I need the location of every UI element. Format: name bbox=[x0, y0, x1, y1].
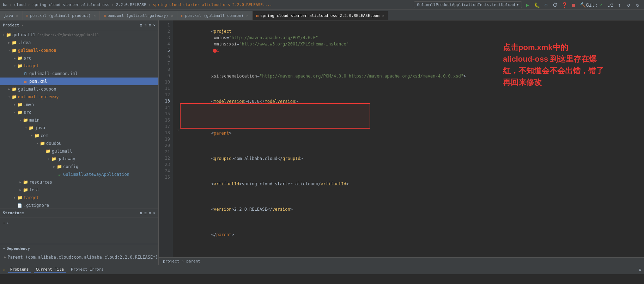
tree-mvn-arrow[interactable]: ▶ bbox=[13, 103, 17, 106]
git-check-icon[interactable]: ✓ bbox=[597, 1, 604, 8]
coverage-button[interactable]: ⊕ bbox=[542, 1, 549, 8]
tree-test-arrow[interactable]: ▶ bbox=[18, 188, 23, 192]
settings-gear-icon[interactable]: ⚙ bbox=[639, 267, 641, 272]
help-button[interactable]: ❓ bbox=[561, 1, 568, 8]
project-dropdown-icon[interactable]: ▾ bbox=[21, 23, 23, 27]
tree-resources-icon: 📁 bbox=[23, 180, 28, 185]
tree-java[interactable]: ▾ 📁 java bbox=[0, 124, 158, 132]
undo-button[interactable]: ↺ bbox=[625, 1, 632, 8]
tree-java-arrow[interactable]: ▾ bbox=[24, 126, 28, 130]
tree-gulimall-pkg-arrow[interactable]: ▾ bbox=[41, 149, 45, 153]
tree-mvn[interactable]: ▶ 📁 .mvn bbox=[0, 101, 158, 109]
sidebar-sort-icon[interactable]: ⇅ bbox=[144, 23, 147, 27]
tree-gateway-target-arrow[interactable]: ▶ bbox=[13, 196, 17, 199]
run-button[interactable]: ▶ bbox=[524, 1, 531, 8]
tree-idea[interactable]: ▶ 📁 .idea bbox=[0, 39, 158, 47]
tree-coupon-arrow[interactable]: ▶ bbox=[7, 87, 11, 91]
debug-button[interactable]: 🐛 bbox=[533, 1, 540, 8]
tree-iml-file[interactable]: ▶ 🗒 gulimall-common.iml bbox=[0, 70, 158, 78]
build-button[interactable]: 🔨 bbox=[579, 1, 586, 8]
git-up-icon[interactable]: ↑ bbox=[616, 1, 623, 8]
redo-button[interactable]: ↻ bbox=[634, 1, 641, 8]
structure-close-icon[interactable]: × bbox=[153, 211, 156, 215]
tree-gulimall-pkg[interactable]: ▾ 📁 gulimall bbox=[0, 147, 158, 155]
tab-java[interactable]: java ✕ bbox=[0, 11, 22, 20]
tree-doudou[interactable]: ▾ 📁 doudou bbox=[0, 140, 158, 147]
tree-gateway-pkg[interactable]: ▾ 📁 gateway bbox=[0, 155, 158, 163]
tree-config[interactable]: ▶ 📁 config bbox=[0, 163, 158, 171]
tab-pom-alicloud-close[interactable]: ✕ bbox=[382, 14, 384, 18]
structure-settings-icon[interactable]: ⚙ bbox=[149, 211, 151, 215]
structure-sort-icon[interactable]: ⇅ bbox=[140, 211, 142, 215]
tab-pom-gateway-close[interactable]: ✕ bbox=[171, 14, 173, 18]
profile-button[interactable]: ⏱ bbox=[552, 1, 559, 8]
current-file-label: Current File bbox=[36, 267, 64, 272]
tab-pom-product-close[interactable]: ✕ bbox=[93, 14, 96, 18]
breadcrumb-version[interactable]: 2.2.0.RELEASE bbox=[116, 2, 146, 7]
breadcrumb-cloud[interactable]: cloud bbox=[14, 2, 26, 7]
dependency-item[interactable]: ▶ Parent (com.alibaba.cloud:com.alibaba.… bbox=[3, 253, 156, 261]
tree-gateway-arrow[interactable]: ▾ bbox=[7, 95, 11, 99]
code-editor[interactable]: <project xmlns="http://maven.apache.org/… bbox=[173, 20, 644, 257]
tree-common-arrow[interactable]: ▾ bbox=[7, 49, 11, 52]
tree-config-arrow[interactable]: ▶ bbox=[52, 165, 56, 168]
tree-gateway[interactable]: ▾ 📁 gulimall-gateway bbox=[0, 93, 158, 101]
tree-com[interactable]: ▾ 📁 com bbox=[0, 132, 158, 140]
run-config-dropdown-icon[interactable]: ▾ bbox=[516, 2, 519, 7]
code-line-4 bbox=[176, 111, 641, 117]
tree-test[interactable]: ▶ 📁 test bbox=[0, 186, 158, 194]
tree-root-arrow[interactable]: ▾ bbox=[1, 33, 6, 37]
structure-down-icon[interactable]: ↓ bbox=[7, 220, 9, 225]
fold-5[interactable]: ▾ bbox=[176, 127, 181, 133]
run-config-selector[interactable]: GulimallProductApplicationTests.testUplo… bbox=[414, 1, 522, 8]
problems-tab[interactable]: Problems bbox=[8, 266, 31, 273]
tree-root[interactable]: ▾ 📁 gulimall1 C:\Users\HP\Desktop\gulima… bbox=[0, 31, 158, 39]
sidebar-settings-icon[interactable]: ⚙ bbox=[149, 23, 151, 27]
tab-pom-alicloud[interactable]: m spring-cloud-starter-alicloud-oss-2.2.… bbox=[252, 11, 388, 20]
structure-up-icon[interactable]: ↑ bbox=[3, 220, 5, 225]
tree-gateway-app[interactable]: ▶ ☕ GulimallGatewayApplication bbox=[0, 171, 158, 178]
tree-doudou-arrow[interactable]: ▾ bbox=[35, 142, 40, 145]
current-file-tab[interactable]: Current File bbox=[34, 266, 66, 273]
structure-filter-icon[interactable]: ≡ bbox=[144, 211, 147, 215]
tree-resources[interactable]: ▶ 📁 resources bbox=[0, 178, 158, 186]
tree-coupon[interactable]: ▶ 📁 gulimall-coupon bbox=[0, 85, 158, 93]
tree-com-arrow[interactable]: ▾ bbox=[30, 134, 34, 137]
tree-resources-label: resources bbox=[29, 180, 52, 185]
tree-pom-xml[interactable]: ▶ m pom.xml bbox=[0, 78, 158, 85]
tree-coupon-label: gulimall-coupon bbox=[18, 87, 56, 92]
tree-gateway-src[interactable]: ▾ 📁 src bbox=[0, 109, 158, 116]
tab-pom-gateway[interactable]: m pom.xml (gulimall-gateway) ✕ bbox=[99, 11, 177, 20]
line-num-24: 24 bbox=[159, 168, 170, 174]
sidebar-close-icon[interactable]: × bbox=[153, 23, 156, 27]
main-layout: Project ▾ ≡ ⇅ ⚙ × ▾ 📁 gulimall1 C:\Users… bbox=[0, 20, 644, 265]
tree-common-target[interactable]: ▾ 📁 target bbox=[0, 62, 158, 70]
breadcrumb-project[interactable]: spring-cloud-starter-alicloud-oss bbox=[32, 2, 110, 7]
dependency-header[interactable]: ▾ Dependency bbox=[0, 244, 158, 253]
tab-pom-common[interactable]: m pom.xml (gulimall-common) ✕ bbox=[177, 11, 252, 20]
tree-gitignore[interactable]: ▶ 📄 .gitignore bbox=[0, 202, 158, 209]
breadcrumb-ba[interactable]: ba bbox=[3, 2, 7, 7]
tree-idea-arrow[interactable]: ▶ bbox=[7, 41, 11, 44]
stop-button[interactable]: ■ bbox=[570, 1, 577, 8]
sidebar-collapse-icon[interactable]: ≡ bbox=[140, 23, 142, 27]
git-merge-icon[interactable]: ⎇ bbox=[607, 1, 614, 8]
tree-main[interactable]: ▾ 📁 main bbox=[0, 116, 158, 124]
tree-common-src[interactable]: ▶ 📁 src bbox=[0, 54, 158, 62]
tree-gateway-src-arrow[interactable]: ▾ bbox=[13, 111, 17, 114]
project-errors-tab[interactable]: Project Errors bbox=[69, 266, 106, 273]
code-text-10: <artifactId>spring-cloud-starter-aliclou… bbox=[181, 244, 641, 257]
tab-pom-common-close[interactable]: ✕ bbox=[246, 14, 248, 18]
line-num-15: 15 bbox=[159, 111, 170, 117]
tree-common-target-arrow[interactable]: ▾ bbox=[13, 64, 17, 68]
tree-gateway-pkg-arrow[interactable]: ▾ bbox=[47, 157, 51, 161]
tree-resources-arrow[interactable]: ▶ bbox=[18, 180, 23, 184]
tree-gulimall-common[interactable]: ▾ 📁 gulimall-common bbox=[0, 47, 158, 54]
tab-pom-product[interactable]: m pom.xml (gulimall-product) ✕ bbox=[22, 11, 100, 20]
tree-common-src-arrow[interactable]: ▶ bbox=[13, 56, 17, 60]
breadcrumb-file[interactable]: spring-cloud-starter-alicloud-oss-2.2.0.… bbox=[153, 2, 272, 7]
tree-main-arrow[interactable]: ▾ bbox=[18, 118, 23, 122]
annotation-content: 点击pom.xmk中的alicloud-oss 到这里存在爆红，不知道会不会出错… bbox=[503, 43, 604, 87]
tree-gateway-target[interactable]: ▶ 📁 target bbox=[0, 194, 158, 202]
tab-java-close[interactable]: ✕ bbox=[16, 14, 18, 18]
